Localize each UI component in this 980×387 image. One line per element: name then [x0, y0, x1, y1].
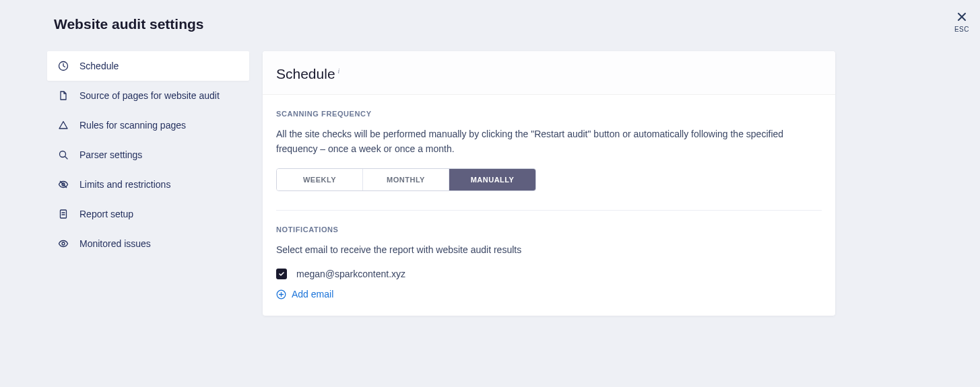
settings-panel: Schedule i SCANNING FREQUENCY All the si…: [263, 51, 835, 316]
frequency-segmented-control: WEEKLY MONTHLY MANUALLY: [276, 168, 536, 191]
warning-icon: [58, 120, 69, 131]
svg-point-5: [62, 242, 65, 245]
sidebar-item-label: Report setup: [79, 209, 133, 219]
notifications-label: NOTIFICATIONS: [276, 225, 822, 234]
magnifier-icon: [58, 149, 69, 160]
panel-title: Schedule i: [276, 66, 339, 82]
frequency-option-manually[interactable]: MANUALLY: [449, 169, 535, 190]
sidebar-item-source[interactable]: Source of pages for website audit: [47, 81, 249, 110]
close-button[interactable]: ESC: [954, 11, 969, 33]
panel-title-text: Schedule: [276, 66, 335, 82]
sidebar-item-label: Limits and restrictions: [79, 179, 170, 190]
settings-header: Website audit settings: [0, 0, 980, 32]
notifications-section: NOTIFICATIONS Select email to receive th…: [263, 211, 835, 316]
svg-rect-4: [61, 210, 67, 218]
sidebar-item-monitored[interactable]: Monitored issues: [47, 229, 249, 258]
sidebar-item-report[interactable]: Report setup: [47, 199, 249, 229]
document-icon: [58, 209, 69, 219]
info-icon[interactable]: i: [338, 67, 340, 75]
frequency-section: SCANNING FREQUENCY All the site checks w…: [263, 95, 835, 191]
sidebar-item-rules[interactable]: Rules for scanning pages: [47, 110, 249, 140]
sidebar-item-limits[interactable]: Limits and restrictions: [47, 170, 249, 199]
settings-sidebar: Schedule Source of pages for website aud…: [47, 51, 249, 316]
frequency-label: SCANNING FREQUENCY: [276, 110, 822, 118]
sidebar-item-label: Source of pages for website audit: [79, 90, 220, 101]
sidebar-item-label: Parser settings: [79, 149, 142, 160]
notification-email-row: megan@sparkcontent.xyz: [276, 269, 822, 279]
eye-slash-icon: [58, 179, 69, 190]
eye-icon: [58, 238, 69, 249]
page-title: Website audit settings: [54, 16, 926, 32]
plus-circle-icon: [276, 289, 286, 300]
sidebar-item-label: Rules for scanning pages: [79, 120, 186, 131]
add-email-button[interactable]: Add email: [276, 289, 333, 300]
close-icon: [954, 11, 969, 24]
sidebar-item-parser[interactable]: Parser settings: [47, 140, 249, 170]
file-icon: [58, 90, 69, 101]
frequency-description: All the site checks will be performed ma…: [276, 127, 822, 156]
frequency-option-monthly[interactable]: MONTHLY: [363, 169, 449, 190]
sidebar-item-label: Monitored issues: [79, 238, 151, 249]
sidebar-item-label: Schedule: [79, 61, 119, 71]
email-checkbox[interactable]: [276, 269, 287, 279]
add-email-label: Add email: [292, 289, 333, 300]
sidebar-item-schedule[interactable]: Schedule: [47, 51, 249, 81]
clock-icon: [58, 61, 69, 71]
panel-header: Schedule i: [263, 51, 835, 95]
close-label: ESC: [954, 26, 969, 33]
email-address: megan@sparkcontent.xyz: [296, 269, 405, 279]
notifications-description: Select email to receive the report with …: [276, 243, 822, 258]
frequency-option-weekly[interactable]: WEEKLY: [277, 169, 363, 190]
